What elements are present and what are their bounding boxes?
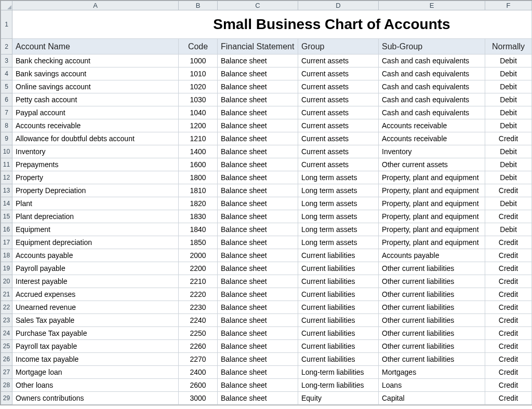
cell-code[interactable]: 3000 bbox=[179, 392, 218, 405]
cell-norm[interactable]: Debit bbox=[485, 197, 532, 210]
cell-code[interactable]: 2240 bbox=[179, 314, 218, 327]
cell-f1[interactable] bbox=[485, 10, 532, 39]
row-head[interactable]: 27 bbox=[1, 366, 12, 379]
cell-name[interactable]: Bank checking account bbox=[12, 54, 179, 67]
cell-code[interactable]: 1840 bbox=[179, 223, 218, 236]
cell-subgroup[interactable]: Other current liabilities bbox=[379, 275, 485, 288]
row-head[interactable]: 29 bbox=[1, 392, 12, 405]
cell-norm[interactable]: Credit bbox=[485, 184, 532, 197]
cell-subgroup[interactable]: Loans bbox=[379, 379, 485, 392]
row-head[interactable]: 21 bbox=[1, 288, 12, 301]
row-head[interactable]: 15 bbox=[1, 210, 12, 223]
cell-name[interactable]: Prepayments bbox=[12, 158, 179, 171]
col-head-e[interactable]: E bbox=[379, 1, 485, 10]
cell-fs[interactable]: Balance sheet bbox=[218, 236, 298, 249]
cell-code[interactable]: 1820 bbox=[179, 197, 218, 210]
cell-subgroup[interactable]: Property, plant and equipment bbox=[379, 197, 485, 210]
cell-subgroup[interactable]: Other current liabilities bbox=[379, 288, 485, 301]
cell-fs[interactable]: Balance sheet bbox=[218, 119, 298, 132]
cell-name[interactable]: Paypal account bbox=[12, 106, 179, 119]
row-head[interactable]: 4 bbox=[1, 67, 12, 80]
cell-fs[interactable]: Balance sheet bbox=[218, 366, 298, 379]
row-head[interactable]: 11 bbox=[1, 158, 12, 171]
header-norm[interactable]: Normally bbox=[485, 39, 532, 54]
cell-norm[interactable]: Credit bbox=[485, 275, 532, 288]
cell-group[interactable]: Current liabilities bbox=[298, 262, 379, 275]
cell-group[interactable]: Long term assets bbox=[298, 223, 379, 236]
row-head[interactable]: 10 bbox=[1, 145, 12, 158]
cell-norm[interactable]: Debit bbox=[485, 80, 532, 93]
cell-code[interactable]: 2400 bbox=[179, 366, 218, 379]
cell-name[interactable]: Equipment depreciation bbox=[12, 236, 179, 249]
cell-code[interactable]: 2220 bbox=[179, 288, 218, 301]
cell-subgroup[interactable]: Property, plant and equipment bbox=[379, 210, 485, 223]
cell-code[interactable]: 1210 bbox=[179, 132, 218, 145]
cell-name[interactable]: Property bbox=[12, 171, 179, 184]
cell-norm[interactable]: Credit bbox=[485, 249, 532, 262]
cell-code[interactable]: 2260 bbox=[179, 340, 218, 353]
cell-code[interactable]: 2270 bbox=[179, 353, 218, 366]
cell-name[interactable]: Online savings account bbox=[12, 80, 179, 93]
cell-code[interactable]: 1200 bbox=[179, 119, 218, 132]
cell-name[interactable]: Inventory bbox=[12, 145, 179, 158]
cell-code[interactable]: 1020 bbox=[179, 80, 218, 93]
cell-name[interactable]: Purchase Tax payable bbox=[12, 327, 179, 340]
cell-name[interactable]: Petty cash account bbox=[12, 93, 179, 106]
cell-fs[interactable]: Balance sheet bbox=[218, 132, 298, 145]
cell-fs[interactable]: Balance sheet bbox=[218, 197, 298, 210]
cell-name[interactable]: Accounts receivable bbox=[12, 119, 179, 132]
cell-fs[interactable]: Balance sheet bbox=[218, 314, 298, 327]
cell-norm[interactable]: Credit bbox=[485, 353, 532, 366]
cell-norm[interactable]: Credit bbox=[485, 301, 532, 314]
cell-subgroup[interactable]: Other current liabilities bbox=[379, 340, 485, 353]
cell-group[interactable]: Current assets bbox=[298, 119, 379, 132]
cell-name[interactable]: Unearned revenue bbox=[12, 301, 179, 314]
cell-subgroup[interactable]: Cash and cash equivalents bbox=[379, 54, 485, 67]
cell-code[interactable]: 2600 bbox=[179, 379, 218, 392]
cell-name[interactable]: Other loans bbox=[12, 379, 179, 392]
cell-subgroup[interactable]: Property, plant and equipment bbox=[379, 184, 485, 197]
cell-norm[interactable]: Credit bbox=[485, 392, 532, 405]
cell-fs[interactable]: Balance sheet bbox=[218, 379, 298, 392]
cell-subgroup[interactable]: Cash and cash equivalents bbox=[379, 93, 485, 106]
cell-fs[interactable]: Balance sheet bbox=[218, 392, 298, 405]
cell-name[interactable]: Sales Tax payable bbox=[12, 314, 179, 327]
cell-subgroup[interactable]: Property, plant and equipment bbox=[379, 223, 485, 236]
cell-subgroup[interactable]: Cash and cash equivalents bbox=[379, 80, 485, 93]
cell-norm[interactable]: Credit bbox=[485, 262, 532, 275]
cell-group[interactable]: Current liabilities bbox=[298, 301, 379, 314]
cell-fs[interactable]: Balance sheet bbox=[218, 158, 298, 171]
row-head[interactable]: 13 bbox=[1, 184, 12, 197]
row-head-1[interactable]: 1 bbox=[1, 10, 12, 39]
cell-name[interactable]: Property Depreciation bbox=[12, 184, 179, 197]
cell-group[interactable]: Current assets bbox=[298, 80, 379, 93]
cell-fs[interactable]: Balance sheet bbox=[218, 171, 298, 184]
row-head[interactable]: 20 bbox=[1, 275, 12, 288]
cell-fs[interactable]: Balance sheet bbox=[218, 210, 298, 223]
cell-norm[interactable]: Debit bbox=[485, 67, 532, 80]
cell-name[interactable]: Plant depreciation bbox=[12, 210, 179, 223]
cell-group[interactable]: Long term assets bbox=[298, 210, 379, 223]
col-head-f[interactable]: F bbox=[485, 1, 532, 10]
row-head[interactable]: 26 bbox=[1, 353, 12, 366]
cell-name[interactable]: Owners contributions bbox=[12, 392, 179, 405]
title-cell[interactable]: Small Business Chart of Accounts bbox=[179, 10, 485, 39]
cell-subgroup[interactable]: Inventory bbox=[379, 145, 485, 158]
cell-group[interactable]: Long term assets bbox=[298, 236, 379, 249]
cell-group[interactable]: Current liabilities bbox=[298, 353, 379, 366]
row-head[interactable]: 9 bbox=[1, 132, 12, 145]
cell-norm[interactable]: Credit bbox=[485, 314, 532, 327]
cell-subgroup[interactable]: Property, plant and equipment bbox=[379, 171, 485, 184]
cell-group[interactable]: Long term assets bbox=[298, 184, 379, 197]
cell-subgroup[interactable]: Other current liabilities bbox=[379, 314, 485, 327]
row-head[interactable]: 3 bbox=[1, 54, 12, 67]
cell-norm[interactable]: Debit bbox=[485, 158, 532, 171]
cell-code[interactable]: 2230 bbox=[179, 301, 218, 314]
cell-code[interactable]: 2250 bbox=[179, 327, 218, 340]
cell-fs[interactable]: Balance sheet bbox=[218, 327, 298, 340]
cell-subgroup[interactable]: Other current assets bbox=[379, 158, 485, 171]
cell-fs[interactable]: Balance sheet bbox=[218, 223, 298, 236]
cell-name[interactable]: Bank savings account bbox=[12, 67, 179, 80]
cell-group[interactable]: Current liabilities bbox=[298, 327, 379, 340]
header-code[interactable]: Code bbox=[179, 39, 218, 54]
